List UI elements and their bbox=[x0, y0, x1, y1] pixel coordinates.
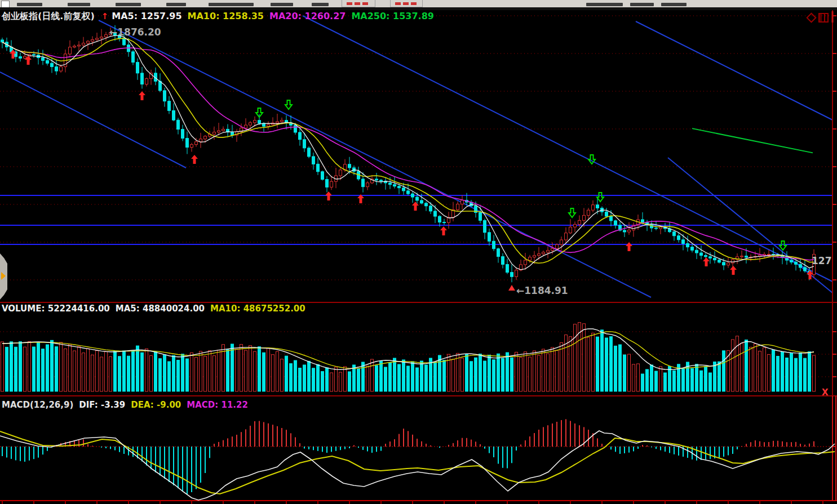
dea-value: DEA: -9.00 bbox=[131, 400, 181, 410]
up-arrow-icon: ↑ bbox=[101, 11, 109, 21]
instrument-title: 创业板指(日线.前复权) bbox=[2, 11, 95, 21]
macd-header: MACD(12,26,9)DIF: -3.39DEA: -9.00MACD: 1… bbox=[2, 400, 254, 410]
peak-price-annotation: ←1876.20 bbox=[109, 26, 161, 38]
main-chart-header: 创业板指(日线.前复权)↑MA5: 1257.95MA10: 1258.35MA… bbox=[2, 11, 440, 23]
expand-arrow-icon bbox=[1, 272, 6, 280]
latest-price-label: 127 bbox=[812, 255, 832, 266]
split-window-icon[interactable] bbox=[818, 13, 829, 23]
dif-value: DIF: -3.39 bbox=[79, 400, 125, 410]
macd-name: MACD(12,26,9) bbox=[2, 400, 73, 410]
trading-app-window: 创业板指(日线.前复权)↑MA5: 1257.95MA10: 1258.35MA… bbox=[0, 0, 837, 504]
candlestick-chart-canvas[interactable] bbox=[0, 0, 837, 504]
ma250-value: MA250: 1537.89 bbox=[351, 11, 434, 21]
volume-header: VOLUME: 52224416.00MA5: 48840024.00MA10:… bbox=[2, 304, 311, 314]
ma20-value: MA20: 1260.27 bbox=[269, 11, 346, 21]
volume-value: VOLUME: 52224416.00 bbox=[2, 304, 110, 314]
close-panel-button[interactable]: X bbox=[822, 387, 829, 398]
volume-ma5-value: MA5: 48840024.00 bbox=[116, 304, 205, 314]
ma5-value: MA5: 1257.95 bbox=[112, 11, 181, 21]
ma10-value: MA10: 1258.35 bbox=[188, 11, 264, 21]
macd-value: MACD: 11.22 bbox=[187, 400, 248, 410]
volume-ma10-value: MA10: 48675252.00 bbox=[210, 304, 305, 314]
low-price-annotation: ←1184.91 bbox=[516, 285, 568, 296]
